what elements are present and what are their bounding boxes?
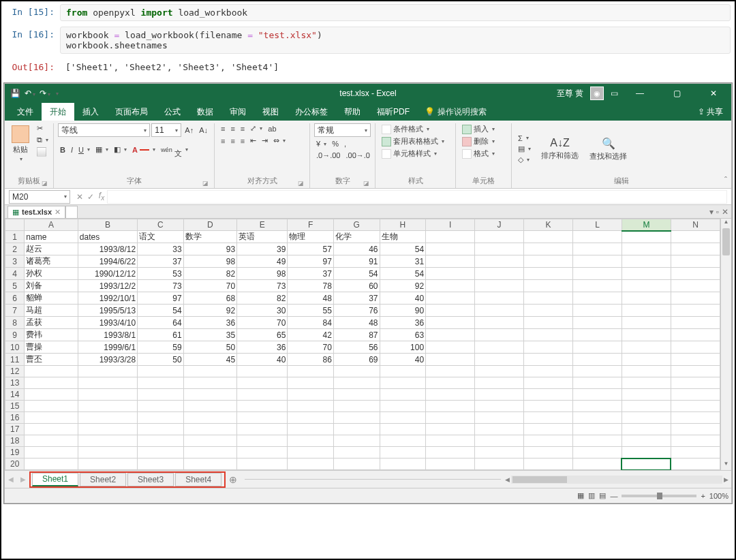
cell[interactable] (333, 424, 380, 435)
clear-button[interactable]: ◇▾ (516, 155, 533, 165)
cell[interactable] (524, 354, 573, 366)
cell[interactable] (138, 435, 184, 447)
cell[interactable] (426, 389, 475, 401)
row-header[interactable]: 17 (5, 424, 25, 435)
cell[interactable] (622, 329, 671, 341)
cell[interactable] (573, 255, 622, 268)
cell[interactable]: 68 (183, 292, 237, 305)
cell[interactable]: 赵云 (25, 243, 78, 255)
cell[interactable] (183, 366, 237, 377)
cell[interactable] (288, 401, 334, 412)
cell[interactable] (426, 268, 475, 280)
cell[interactable] (524, 389, 573, 401)
align-launcher-icon[interactable]: ◪ (298, 180, 304, 187)
cell[interactable] (25, 424, 78, 435)
cell[interactable] (573, 389, 622, 401)
paste-button[interactable]: 粘贴 ▾ (9, 123, 32, 164)
row-header[interactable]: 20 (5, 458, 25, 470)
row-header[interactable]: 12 (5, 366, 25, 377)
cell[interactable]: 82 (183, 268, 237, 280)
cell[interactable] (475, 458, 524, 470)
cell[interactable] (622, 341, 671, 354)
cell[interactable] (475, 412, 524, 424)
cell[interactable] (573, 377, 622, 389)
cell[interactable] (573, 366, 622, 377)
cell[interactable]: 语文 (138, 231, 184, 243)
cell[interactable]: 92 (380, 280, 426, 292)
cell[interactable]: 65 (237, 329, 288, 341)
row-header[interactable]: 9 (5, 329, 25, 341)
cell[interactable] (333, 458, 380, 470)
cell[interactable]: 1999/6/1 (78, 341, 137, 354)
cell[interactable] (380, 412, 426, 424)
zoom-out-icon[interactable]: — (610, 492, 617, 500)
column-header[interactable]: F (288, 219, 334, 231)
orientation-button[interactable]: ⤢▾ (248, 123, 264, 134)
percent-button[interactable]: % (330, 139, 341, 149)
cell[interactable]: 1994/6/22 (78, 255, 137, 268)
cell[interactable]: 数学 (183, 231, 237, 243)
cell[interactable] (475, 354, 524, 366)
close-workbook-icon[interactable]: ✕ (55, 208, 61, 217)
cell[interactable]: 84 (288, 317, 334, 329)
cell[interactable]: 孙权 (25, 268, 78, 280)
ribbon-display-icon[interactable]: ▭ (611, 89, 618, 98)
cell[interactable] (671, 305, 720, 317)
hscroll-left-icon[interactable]: ◀ (505, 476, 510, 483)
cell[interactable] (237, 435, 288, 447)
maximize-button[interactable]: ▢ (662, 84, 692, 103)
cell[interactable]: 69 (333, 354, 380, 366)
cell[interactable]: 1990/12/12 (78, 268, 137, 280)
cell[interactable] (622, 447, 671, 458)
cell[interactable] (622, 366, 671, 377)
cell[interactable]: 98 (237, 268, 288, 280)
cell[interactable] (622, 401, 671, 412)
cell[interactable] (78, 435, 137, 447)
cell[interactable] (524, 435, 573, 447)
cell[interactable]: 50 (138, 354, 184, 366)
sheet-tab[interactable]: Sheet3 (127, 473, 174, 486)
cell[interactable] (183, 401, 237, 412)
horizontal-scrollbar[interactable] (511, 476, 722, 484)
sheet-tab[interactable]: Sheet2 (80, 473, 126, 486)
conditional-format-button[interactable]: 条件格式▾ (380, 123, 431, 135)
cell[interactable] (25, 389, 78, 401)
increase-decimal-button[interactable]: .0→.00 (314, 151, 342, 160)
cell[interactable] (524, 329, 573, 341)
save-icon[interactable]: 💾 (10, 89, 20, 98)
row-header[interactable]: 13 (5, 377, 25, 389)
cell[interactable] (573, 317, 622, 329)
jupyter-code-cell[interactable]: workbook = load_workbook(filename = "tes… (60, 27, 731, 54)
row-header[interactable]: 16 (5, 412, 25, 424)
cell[interactable] (622, 424, 671, 435)
cancel-formula-icon[interactable]: ✕ (74, 192, 85, 202)
cell[interactable] (426, 317, 475, 329)
row-header[interactable]: 11 (5, 354, 25, 366)
cell[interactable] (671, 389, 720, 401)
cell[interactable] (426, 341, 475, 354)
cell[interactable] (573, 280, 622, 292)
jupyter-code-cell[interactable]: from openpyxl import load_workbook (60, 4, 731, 21)
cell[interactable] (138, 389, 184, 401)
cell[interactable] (671, 447, 720, 458)
cell[interactable] (524, 305, 573, 317)
row-header[interactable]: 19 (5, 447, 25, 458)
cell[interactable] (25, 458, 78, 470)
cell[interactable]: 31 (380, 255, 426, 268)
cell[interactable] (671, 424, 720, 435)
cell[interactable] (25, 435, 78, 447)
cell[interactable] (524, 424, 573, 435)
scroll-down-icon[interactable]: ▼ (721, 461, 731, 470)
cell[interactable]: 100 (380, 341, 426, 354)
cell[interactable] (288, 389, 334, 401)
cut-button[interactable]: ✂ (35, 123, 50, 134)
cell[interactable] (426, 435, 475, 447)
cell[interactable] (573, 329, 622, 341)
cell[interactable] (573, 268, 622, 280)
cell[interactable] (288, 424, 334, 435)
cell[interactable]: 73 (237, 280, 288, 292)
column-header[interactable]: D (183, 219, 237, 231)
cell[interactable]: 54 (138, 305, 184, 317)
cell[interactable] (333, 412, 380, 424)
row-header[interactable]: 10 (5, 341, 25, 354)
